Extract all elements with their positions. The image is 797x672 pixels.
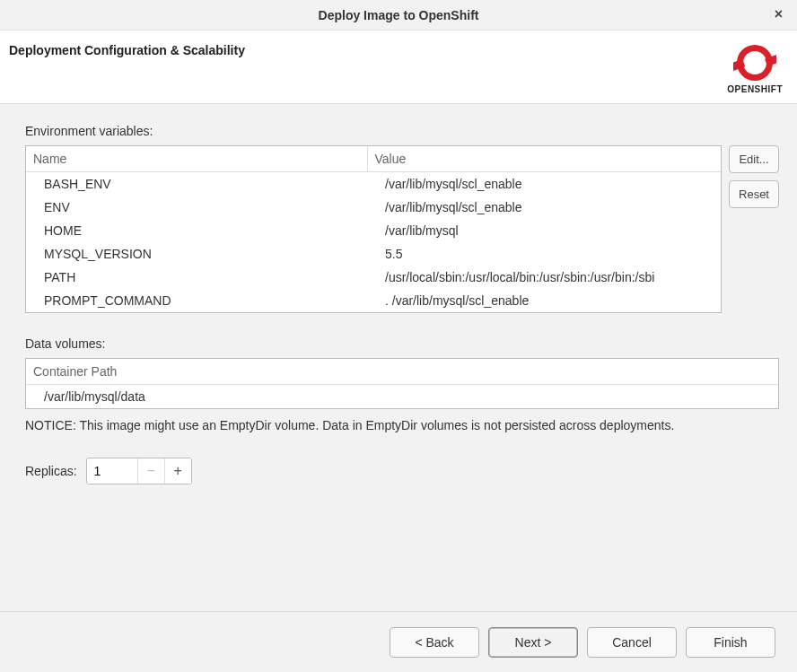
- env-value: 5.5: [367, 242, 721, 266]
- table-row[interactable]: ENV /var/lib/mysql/scl_enable: [26, 196, 721, 219]
- table-row[interactable]: MYSQL_VERSION 5.5: [26, 242, 721, 266]
- data-volumes-label: Data volumes:: [25, 336, 779, 351]
- openshift-logo: OPENSHIFT: [727, 43, 783, 94]
- reset-button[interactable]: Reset: [729, 180, 779, 208]
- volumes-table[interactable]: Container Path /var/lib/mysql/data: [25, 358, 779, 409]
- env-value: . /var/lib/mysql/scl_enable: [367, 289, 721, 312]
- table-row[interactable]: BASH_ENV /var/lib/mysql/scl_enable: [26, 172, 721, 196]
- finish-button[interactable]: Finish: [686, 627, 775, 658]
- wizard-footer: < Back Next > Cancel Finish: [0, 611, 797, 672]
- cancel-button[interactable]: Cancel: [587, 627, 677, 658]
- env-value: /var/lib/mysql/scl_enable: [367, 172, 721, 196]
- volume-path: /var/lib/mysql/data: [26, 385, 778, 409]
- replicas-label: Replicas:: [25, 464, 77, 478]
- openshift-icon: [733, 43, 776, 83]
- wizard-content: Environment variables: Name Value BASH_E…: [0, 104, 797, 611]
- table-row[interactable]: /var/lib/mysql/data: [26, 385, 778, 409]
- env-name: PATH: [26, 266, 367, 289]
- replicas-decrement[interactable]: −: [137, 458, 164, 484]
- env-name: BASH_ENV: [26, 172, 367, 196]
- wizard-header: Deployment Configuration & Scalability O…: [0, 31, 797, 104]
- table-row[interactable]: HOME /var/lib/mysql: [26, 219, 721, 242]
- volumes-col-path: Container Path: [26, 359, 778, 385]
- volumes-notice: NOTICE: This image might use an EmptyDir…: [25, 418, 779, 432]
- env-value: /var/lib/mysql: [367, 219, 721, 242]
- env-name: ENV: [26, 196, 367, 219]
- window-title: Deploy Image to OpenShift: [319, 8, 479, 22]
- env-name: MYSQL_VERSION: [26, 242, 367, 266]
- env-name: PROMPT_COMMAND: [26, 289, 367, 312]
- titlebar: Deploy Image to OpenShift ×: [0, 0, 797, 31]
- env-vars-table[interactable]: Name Value BASH_ENV /var/lib/mysql/scl_e…: [25, 145, 722, 313]
- close-icon[interactable]: ×: [775, 6, 783, 22]
- edit-button[interactable]: Edit...: [729, 145, 779, 173]
- replicas-increment[interactable]: +: [164, 458, 191, 484]
- brand-label: OPENSHIFT: [727, 84, 783, 94]
- page-title: Deployment Configuration & Scalability: [9, 43, 245, 57]
- replicas-spinner: − +: [86, 458, 192, 484]
- env-col-value: Value: [367, 146, 721, 172]
- table-row[interactable]: PROMPT_COMMAND . /var/lib/mysql/scl_enab…: [26, 289, 721, 312]
- env-vars-label: Environment variables:: [25, 124, 779, 138]
- table-row[interactable]: PATH /usr/local/sbin:/usr/local/bin:/usr…: [26, 266, 721, 289]
- env-col-name: Name: [26, 146, 367, 172]
- env-value: /usr/local/sbin:/usr/local/bin:/usr/sbin…: [367, 266, 721, 289]
- env-value: /var/lib/mysql/scl_enable: [367, 196, 721, 219]
- replicas-input[interactable]: [87, 458, 137, 484]
- back-button[interactable]: < Back: [390, 627, 479, 658]
- env-name: HOME: [26, 219, 367, 242]
- next-button[interactable]: Next >: [488, 627, 578, 658]
